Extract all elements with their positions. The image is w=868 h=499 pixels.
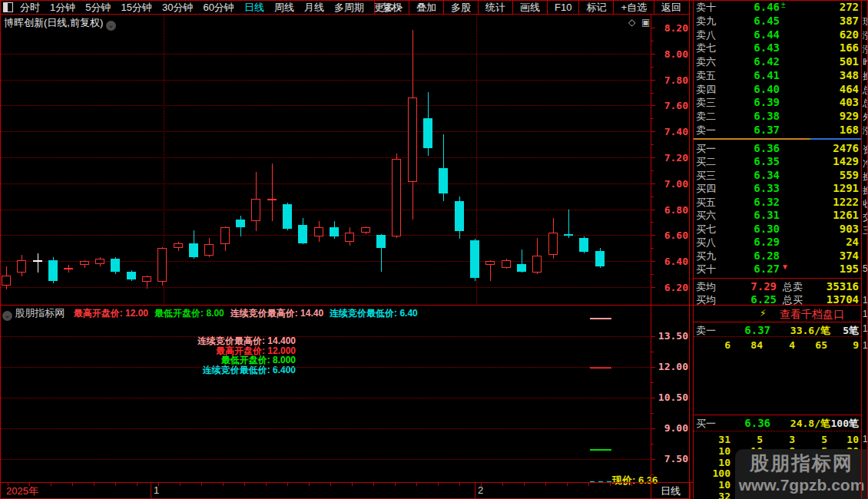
queue-order-size: 5	[793, 434, 827, 445]
candlestick-chart[interactable]	[0, 15, 651, 305]
axis-price-label: 7.80	[658, 74, 688, 86]
candle-body	[142, 276, 151, 282]
menu-item-画线[interactable]: 画线	[512, 0, 547, 15]
gridline-h	[0, 183, 650, 184]
bid-row[interactable]: 买八6.2924	[694, 236, 861, 249]
menu-item-分时[interactable]: 分时	[20, 1, 40, 15]
menu-item-60分钟[interactable]: 60分钟	[203, 1, 234, 15]
level-flag-icon: ±	[781, 1, 786, 9]
watermark-site-name: 股朋指标网	[735, 451, 868, 476]
level-volume: 903	[790, 223, 859, 235]
queue-order-size: 5	[729, 434, 763, 445]
avg-value: 7.29	[724, 280, 777, 292]
panel-split-icon[interactable]: ▣	[641, 17, 650, 28]
menu-item-5分钟[interactable]: 5分钟	[85, 1, 111, 15]
menu-item-多周期[interactable]: 多周期	[334, 1, 364, 15]
diamond-marker-icon[interactable]: ◇	[628, 17, 635, 28]
level-price: 6.30	[724, 223, 780, 235]
level-volume: 464	[790, 83, 859, 95]
border-top	[0, 0, 868, 1]
gridline-h	[0, 287, 650, 288]
bid-row[interactable]: 买五6.321222	[694, 196, 861, 209]
indicator-axis-label: 12.00	[655, 361, 688, 372]
level-name: 买一	[696, 142, 716, 156]
dotted-divider	[694, 431, 861, 431]
candle-body	[579, 238, 588, 252]
tools-menu: 复权叠加多股统计画线F10标记+自选返回	[374, 0, 688, 15]
queue-detail-row: 卖一6.3733.6/笔5笔	[694, 324, 861, 337]
menu-item-15分钟[interactable]: 15分钟	[121, 1, 151, 15]
level-volume: 1291	[790, 182, 859, 194]
ask-row[interactable]: 卖四6.40464	[694, 83, 861, 96]
ask-row[interactable]: 卖七6.43166	[694, 41, 861, 55]
menu-item-30分钟[interactable]: 30分钟	[162, 1, 193, 15]
bid-row[interactable]: 买六6.311261	[694, 209, 861, 222]
bid-row[interactable]: 买三6.34559	[694, 169, 861, 182]
menu-item-复权[interactable]: 复权	[374, 0, 409, 15]
menu-item-+自选[interactable]: +自选	[613, 0, 654, 15]
level-name: 卖二	[696, 110, 716, 124]
timeline-year-label: 2025年	[6, 484, 38, 498]
candle-body	[485, 261, 495, 265]
indicator-source: 股朋指标网	[15, 307, 65, 319]
view-full-depth-button[interactable]: ⚡查看千档盘口	[694, 308, 861, 321]
menu-item-F10[interactable]: F10	[547, 0, 578, 15]
candle-body	[470, 240, 479, 278]
queue-order-size: 84	[732, 339, 763, 351]
menu-item-日线[interactable]: 日线	[244, 1, 264, 15]
layout-toggle-icon[interactable]	[3, 2, 13, 12]
menu-item-月线[interactable]: 月线	[304, 1, 324, 15]
timeline-month-label: 2	[478, 484, 483, 496]
level-volume: 403	[790, 96, 859, 108]
candle-wick	[38, 253, 38, 273]
candle-body	[564, 234, 573, 236]
level-name: 买一	[696, 417, 716, 431]
menu-item-叠加[interactable]: 叠加	[409, 0, 443, 15]
level-price: 6.46	[724, 1, 780, 13]
orderbook-divider	[694, 278, 861, 279]
ask-row[interactable]: 卖十6.46±272	[694, 1, 861, 14]
ask-row[interactable]: 卖一6.37168	[694, 124, 861, 137]
bid-row[interactable]: 买九6.28374	[694, 250, 861, 263]
ask-row[interactable]: 卖九6.45387	[694, 15, 861, 28]
ask-row[interactable]: 卖三6.39403	[694, 96, 861, 109]
level-price: 6.36	[724, 417, 770, 429]
menu-item-周线[interactable]: 周线	[274, 1, 294, 15]
candle-body	[64, 268, 73, 269]
ask-row[interactable]: 卖二6.38929	[694, 110, 861, 123]
bid-row[interactable]: 买二6.351429	[694, 155, 861, 168]
total-value: 35316	[790, 280, 859, 292]
level-name: 卖三	[696, 96, 716, 110]
orderbook-border-inner	[693, 0, 694, 499]
ask-row[interactable]: 卖八6.44620	[694, 28, 861, 41]
menu-item-统计[interactable]: 统计	[478, 0, 512, 15]
bid-row[interactable]: 买一6.362476	[694, 142, 861, 155]
candle-body	[80, 261, 89, 265]
menu-item-返回[interactable]: 返回	[654, 0, 688, 15]
level-name: 卖八	[696, 28, 716, 42]
level-volume: 929	[790, 110, 859, 122]
indicator-axis-label: 10.50	[655, 392, 688, 403]
ask-row[interactable]: 卖六6.42501	[694, 55, 861, 68]
bid-row[interactable]: 买七6.30903	[694, 223, 861, 236]
border-left	[0, 0, 1, 499]
indicator-gridline	[0, 336, 650, 337]
queue-order-size: 10	[697, 479, 731, 491]
level-price: 6.35	[724, 155, 780, 167]
level-name: 买二	[696, 155, 716, 169]
candle-body	[314, 227, 323, 236]
level-volume: 272	[790, 1, 859, 13]
menu-item-标记[interactable]: 标记	[578, 0, 613, 15]
timeframe-box[interactable]: 日线	[651, 482, 691, 499]
bid-row[interactable]: 买十6.27▼195	[694, 263, 861, 276]
menu-item-1分钟[interactable]: 1分钟	[50, 1, 75, 15]
candle-body	[95, 259, 104, 264]
ask-row[interactable]: 卖五6.41348	[694, 69, 861, 82]
collapse-panel-icon[interactable]: ⌄	[2, 311, 12, 321]
bid-row[interactable]: 买四6.331291	[694, 182, 861, 195]
menu-item-多股[interactable]: 多股	[443, 0, 478, 15]
candle-body	[111, 259, 120, 272]
gridline-h	[0, 54, 650, 55]
axis-price-label: 6.40	[658, 256, 688, 267]
candle-body	[267, 199, 277, 200]
